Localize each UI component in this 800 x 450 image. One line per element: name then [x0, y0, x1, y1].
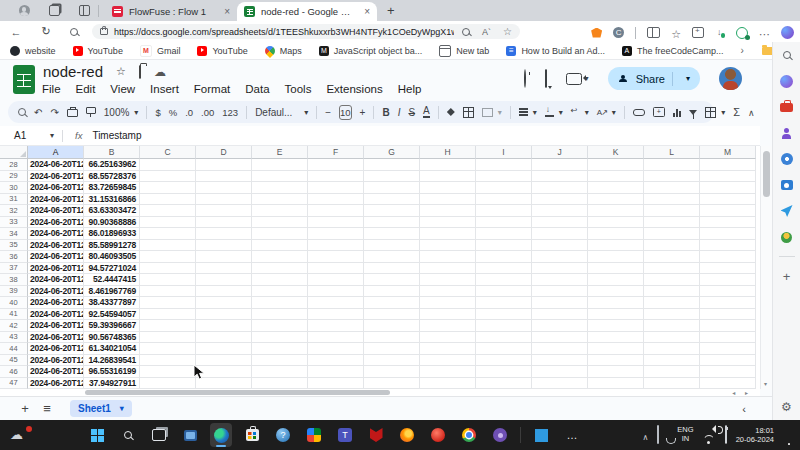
- cell-A34[interactable]: 2024-06-20T12:2: [28, 228, 84, 240]
- add-sheet-button[interactable]: [14, 401, 36, 416]
- column-header-a[interactable]: A: [28, 146, 84, 159]
- sidebar-app-disc[interactable]: [780, 152, 794, 166]
- cell-J33[interactable]: [532, 217, 588, 229]
- column-header-c[interactable]: C: [140, 146, 196, 159]
- cell-H34[interactable]: [420, 228, 476, 240]
- cell-A41[interactable]: 2024-06-20T12:2: [28, 309, 84, 321]
- row-header-35[interactable]: 35: [0, 240, 28, 252]
- notifications-bell-icon[interactable]: [783, 426, 787, 444]
- tab-flowfuse[interactable]: FlowFuse : Flow 1: [105, 2, 237, 21]
- cell-I43[interactable]: [476, 332, 532, 344]
- settings-more-icon[interactable]: [759, 24, 770, 42]
- bookmark-7[interactable]: How to Build an Ad...: [506, 46, 605, 56]
- cell-J37[interactable]: [532, 263, 588, 275]
- bookmark-5[interactable]: JavaScript object ba...: [319, 46, 423, 56]
- cell-G46[interactable]: [364, 366, 420, 378]
- cell-G35[interactable]: [364, 240, 420, 252]
- cell-A35[interactable]: 2024-06-20T12:2: [28, 240, 84, 252]
- cell-F33[interactable]: [308, 217, 364, 229]
- cell-I42[interactable]: [476, 320, 532, 332]
- cell-K37[interactable]: [588, 263, 644, 275]
- cell-J29[interactable]: [532, 171, 588, 183]
- cell-H44[interactable]: [420, 343, 476, 355]
- cell-F28[interactable]: [308, 159, 364, 171]
- cell-A39[interactable]: 2024-06-20T12:2: [28, 286, 84, 298]
- taskbar-app-meet[interactable]: [303, 423, 325, 447]
- vertical-scroll-thumb[interactable]: [763, 151, 770, 197]
- cell-M32[interactable]: [700, 205, 756, 217]
- functions-button[interactable]: [733, 106, 740, 118]
- cell-M38[interactable]: [700, 274, 756, 286]
- row-header-36[interactable]: 36: [0, 251, 28, 263]
- cell-J38[interactable]: [532, 274, 588, 286]
- vertical-align-button[interactable]: [545, 108, 563, 117]
- cell-E41[interactable]: [252, 309, 308, 321]
- cell-B32[interactable]: 63.63303472: [84, 205, 140, 217]
- sidebar-games-app[interactable]: [780, 126, 794, 140]
- redo-button[interactable]: [50, 107, 58, 118]
- cell-J32[interactable]: [532, 205, 588, 217]
- menu-insert[interactable]: Insert: [150, 83, 179, 95]
- cell-E33[interactable]: [252, 217, 308, 229]
- cell-D42[interactable]: [196, 320, 252, 332]
- cell-I44[interactable]: [476, 343, 532, 355]
- cell-E39[interactable]: [252, 286, 308, 298]
- sidebar-app-messenger[interactable]: [780, 204, 794, 218]
- cell-J28[interactable]: [532, 159, 588, 171]
- language-indicator[interactable]: ENGIN: [677, 426, 693, 443]
- cell-J31[interactable]: [532, 194, 588, 206]
- increase-decimal-button[interactable]: .00: [201, 107, 214, 118]
- cell-F41[interactable]: [308, 309, 364, 321]
- column-header-b[interactable]: B: [84, 146, 140, 159]
- workspaces-button[interactable]: [46, 3, 62, 19]
- extension-icon[interactable]: [613, 27, 624, 38]
- cell-L38[interactable]: [644, 274, 700, 286]
- cell-C46[interactable]: [140, 366, 196, 378]
- cell-B34[interactable]: 86.01896933: [84, 228, 140, 240]
- borders-button[interactable]: [463, 107, 474, 118]
- cell-G34[interactable]: [364, 228, 420, 240]
- close-tab-icon[interactable]: [364, 7, 370, 17]
- cell-G28[interactable]: [364, 159, 420, 171]
- font-select[interactable]: Defaul...: [255, 107, 308, 118]
- menu-tools[interactable]: Tools: [285, 83, 312, 95]
- cell-B30[interactable]: 83.72659845: [84, 182, 140, 194]
- cell-L37[interactable]: [644, 263, 700, 275]
- cell-D39[interactable]: [196, 286, 252, 298]
- cell-C38[interactable]: [140, 274, 196, 286]
- increase-font-size-button[interactable]: +: [360, 107, 366, 118]
- taskbar-app-github-desktop[interactable]: [489, 423, 511, 447]
- cell-F34[interactable]: [308, 228, 364, 240]
- cell-F32[interactable]: [308, 205, 364, 217]
- cell-B41[interactable]: 92.54594057: [84, 309, 140, 321]
- cell-F31[interactable]: [308, 194, 364, 206]
- cell-G32[interactable]: [364, 205, 420, 217]
- tab-google-sheets[interactable]: node-red - Google Sheets: [237, 2, 377, 21]
- cell-L40[interactable]: [644, 297, 700, 309]
- cell-H45[interactable]: [420, 355, 476, 367]
- bookmark-0[interactable]: website: [10, 46, 56, 56]
- bookmark-4[interactable]: Maps: [265, 46, 302, 56]
- sheets-logo-icon[interactable]: [13, 65, 35, 94]
- bookmark-6[interactable]: New tab: [439, 45, 489, 57]
- cell-L46[interactable]: [644, 366, 700, 378]
- cell-J42[interactable]: [532, 320, 588, 332]
- cell-M45[interactable]: [700, 355, 756, 367]
- cell-H32[interactable]: [420, 205, 476, 217]
- cell-A31[interactable]: 2024-06-20T12:2: [28, 194, 84, 206]
- column-header-g[interactable]: G: [364, 146, 420, 159]
- cell-L29[interactable]: [644, 171, 700, 183]
- cell-B29[interactable]: 68.55728376: [84, 171, 140, 183]
- cell-B31[interactable]: 31.15316866: [84, 194, 140, 206]
- sidebar-copilot-button[interactable]: [780, 74, 794, 88]
- horizontal-align-button[interactable]: [519, 108, 537, 117]
- cell-K40[interactable]: [588, 297, 644, 309]
- cell-J35[interactable]: [532, 240, 588, 252]
- move-to-folder-button[interactable]: [139, 66, 141, 78]
- cell-F29[interactable]: [308, 171, 364, 183]
- cell-K35[interactable]: [588, 240, 644, 252]
- decrease-font-size-button[interactable]: −: [325, 107, 331, 118]
- cell-K47[interactable]: [588, 378, 644, 390]
- cell-D36[interactable]: [196, 251, 252, 263]
- column-header-i[interactable]: I: [476, 146, 532, 159]
